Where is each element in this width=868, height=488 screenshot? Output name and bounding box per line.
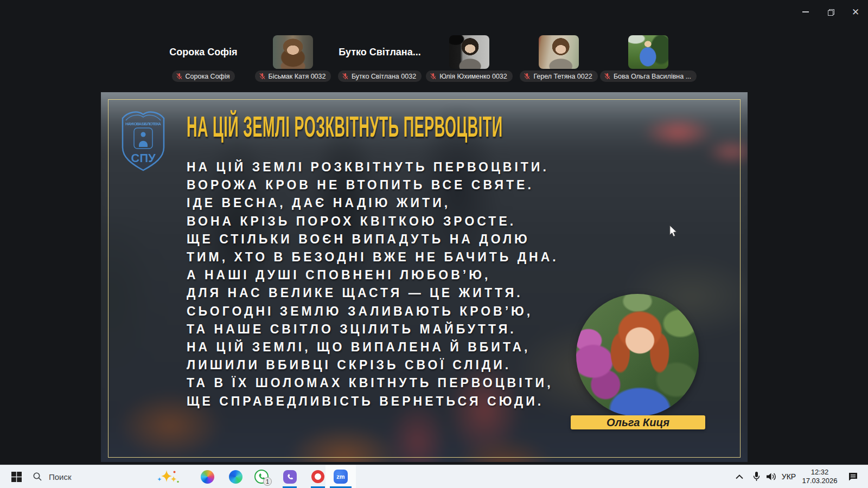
windows-highlights-button[interactable] xyxy=(154,465,182,488)
participant-tile[interactable]: Юлія Юхименко 0032 xyxy=(423,34,515,82)
poem-line: НА ЦІЙ ЗЕМЛІ, ЩО ВИПАЛЕНА Й ВБИТА, xyxy=(187,338,559,356)
chevron-up-icon xyxy=(736,474,743,479)
poem-line: ТА В ЇХ ШОЛОМАХ КВІТНУТЬ ПЕРВОЦВІТИ, xyxy=(187,374,559,392)
edge-icon xyxy=(229,470,242,484)
participant-video[interactable] xyxy=(449,35,489,69)
tray-time: 12:32 xyxy=(811,468,829,477)
poem-line: ВОНА КРІЗЬ ПОРОХ КВІТКОЮ ЗРОСТЕ. xyxy=(187,213,559,230)
poem-line: СЬОГОДНІ ЗЕМЛЮ ЗАЛИВАЮТЬ КРОВ’Ю, xyxy=(187,303,559,320)
participant-video[interactable] xyxy=(628,35,668,69)
mic-off-icon xyxy=(342,73,349,80)
participant-tile[interactable]: Бісьмак Катя 0032 xyxy=(250,34,336,82)
poem-line: ЛИШИЛИ ВБИВЦІ СКРІЗЬ СВОЇ СЛІДИ. xyxy=(187,356,559,374)
participant-name-label: Герел Тетяна 0022 xyxy=(520,70,597,82)
speaker-icon xyxy=(765,472,777,481)
taskbar-app-copilot[interactable] xyxy=(194,465,220,488)
participant-video[interactable] xyxy=(539,35,579,69)
tray-microphone-button[interactable] xyxy=(749,465,764,488)
start-button[interactable] xyxy=(4,465,28,488)
minimize-button[interactable] xyxy=(793,0,818,24)
microphone-icon xyxy=(752,471,761,482)
poem-line: ДЛЯ НАС ВЕЛИКЕ ЩАСТЯ — ЦЕ ЖИТТЯ. xyxy=(187,284,559,302)
tray-volume-button[interactable] xyxy=(763,465,780,488)
taskbar-app-whatsapp[interactable]: 1 xyxy=(248,465,275,488)
zoom-icon: zm xyxy=(334,470,348,484)
mic-off-icon xyxy=(604,73,611,80)
copilot-icon xyxy=(201,470,214,484)
viber-icon xyxy=(283,470,297,484)
tray-date: 17.03.2026 xyxy=(802,477,837,485)
logo-org-text: НАУКОВА БІБЛІОТЕКА xyxy=(125,121,162,126)
library-logo: НАУКОВА БІБЛІОТЕКА СПУ xyxy=(119,107,167,172)
window-controls: ✕ xyxy=(793,0,868,24)
tray-language-button[interactable]: УКР xyxy=(779,465,799,488)
search-icon[interactable] xyxy=(30,465,44,488)
mic-off-icon xyxy=(430,73,437,80)
restore-icon xyxy=(828,9,833,15)
minimize-icon xyxy=(802,11,809,12)
poem-text: НА ЦІЙ ЗЕМЛІ РОЗКВІТНУТЬ ПЕРВОЦВІТИ. ВОР… xyxy=(187,158,559,410)
logo-abbr-text: СПУ xyxy=(131,151,156,165)
mic-off-icon xyxy=(176,73,183,80)
participant-tile[interactable]: Сорока Софія Сорока Софія xyxy=(152,34,255,82)
taskbar-app-zoom-active[interactable]: zm xyxy=(326,465,356,488)
author-portrait-photo xyxy=(576,294,699,416)
shared-screen-slide: НАУКОВА БІБЛІОТЕКА СПУ НА ЦІЙ ЗЕМЛІ РОЗК… xyxy=(101,92,748,462)
action-center-button[interactable] xyxy=(842,465,864,488)
restore-button[interactable] xyxy=(818,0,843,24)
windows-logo-icon xyxy=(11,472,22,482)
poem-line: ВОРОЖА КРОВ НЕ ВТОПИТЬ ВСЕ СВЯТЕ. xyxy=(187,176,559,194)
notifications-icon xyxy=(848,472,858,481)
author-name-plate: Ольга Киця xyxy=(571,415,705,429)
poem-line: ТА НАШЕ СВІТЛО ЗЦІЛИТЬ МАЙБУТТЯ. xyxy=(187,320,559,338)
mic-off-icon xyxy=(259,73,266,80)
participant-tile[interactable]: Бова Ольга Василівна ... xyxy=(599,34,697,82)
tray-clock[interactable]: 12:32 17.03.2026 xyxy=(797,465,842,488)
participant-tile[interactable]: Герел Тетяна 0022 xyxy=(513,34,605,82)
participant-name-label: Бутко Світлана 0032 xyxy=(338,70,422,82)
participant-name-label: Сорока Софія xyxy=(172,70,235,82)
participant-video[interactable] xyxy=(273,35,313,69)
participant-name-label: Юлія Юхименко 0032 xyxy=(426,70,513,82)
tray-expand-button[interactable] xyxy=(731,465,748,488)
poem-line: ТИМ, ХТО В БЕЗОДНІ ВЖЕ НЕ БАЧИТЬ ДНА. xyxy=(187,248,559,266)
participant-tile[interactable]: Бутко Світлана... Бутко Світлана 0032 xyxy=(331,34,429,82)
taskbar-app-edge[interactable] xyxy=(222,465,248,488)
app-window: ✕ Сорока Софія Сорока Софія Бісьмак Катя… xyxy=(0,0,868,488)
whatsapp-badge: 1 xyxy=(263,477,272,486)
windows-taskbar: Поиск 1 xyxy=(0,465,868,488)
poem-line: ЩЕ СПРАВЕДЛИВІСТЬ ВЕРНЕТЬСЯ СЮДИ. xyxy=(187,393,559,410)
poem-line: ІДЕ ВЕСНА, ДАЄ НАДІЮ ЖИТИ, xyxy=(187,194,559,212)
taskbar-app-viber[interactable] xyxy=(277,465,303,488)
opera-icon xyxy=(311,470,324,483)
close-icon: ✕ xyxy=(852,8,859,17)
participant-name-label: Бова Ольга Василівна ... xyxy=(600,70,697,82)
close-button[interactable]: ✕ xyxy=(843,0,868,24)
mic-off-icon xyxy=(524,73,531,80)
poem-line: НА ЦІЙ ЗЕМЛІ РОЗКВІТНУТЬ ПЕРВОЦВІТИ. xyxy=(187,158,559,176)
poem-line: А НАШІ ДУШІ СПОВНЕНІ ЛЮБОВ’Ю, xyxy=(187,266,559,284)
poem-line: ЩЕ СТІЛЬКИ ВОЄН ВИПАДУТЬ НА ДОЛЮ xyxy=(187,230,559,248)
participant-display-name: Сорока Софія xyxy=(169,47,237,58)
sparkles-icon xyxy=(156,470,181,484)
mouse-cursor xyxy=(668,226,678,237)
search-input[interactable]: Поиск xyxy=(49,465,72,488)
participant-display-name: Бутко Світлана... xyxy=(339,47,421,58)
slide-title: НА ЦІЙ ЗЕМЛІ РОЗКВІТНУТЬ ПЕРВОЦВІТИ xyxy=(187,110,503,143)
participant-name-label: Бісьмак Катя 0032 xyxy=(255,70,331,82)
